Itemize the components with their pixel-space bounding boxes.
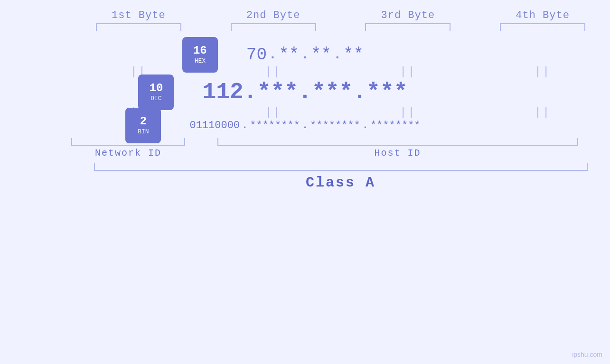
hex-val-4: ** (343, 45, 364, 65)
bracket-top-3 (365, 23, 450, 31)
dec-col-1: 112. (202, 79, 257, 105)
dec-badge: 10 DEC (138, 75, 174, 110)
main-container: 1st Byte 2nd Byte 3rd Byte 4th Byte 16 H… (0, 0, 610, 364)
eq-cell-6: || (206, 106, 341, 119)
dec-val-4: *** (366, 79, 407, 105)
dec-badge-label: DEC (150, 95, 161, 102)
bin-col-1: 01110000 (189, 120, 240, 131)
bracket-cell-2 (206, 23, 341, 31)
byte-label-3: 3rd Byte (341, 9, 476, 21)
bin-val-4: ******** (370, 120, 421, 131)
eq-cell-4: || (475, 65, 610, 78)
eq-sign-7: || (400, 106, 416, 119)
bin-col-3: ******** (310, 120, 360, 131)
bin-badge-label: BIN (138, 128, 149, 135)
byte-label-1: 1st Byte (71, 9, 206, 21)
hex-badge-num: 16 (193, 45, 207, 56)
hex-val-1: 70 (246, 45, 267, 65)
bin-badge-num: 2 (140, 116, 147, 127)
dec-val-2: ***. (257, 79, 312, 105)
bracket-cell-4 (475, 23, 610, 31)
hex-badge: 16 HEX (182, 37, 218, 73)
eq-sign-6: || (265, 106, 282, 119)
bin-col-4: ******** (370, 120, 421, 131)
hex-badge-label: HEX (195, 57, 206, 65)
hex-col-3: ** (311, 45, 331, 65)
bin-row: 2 BIN 01110000 . ******** . ******** . *… (189, 120, 420, 131)
bin-col-2: ******** (250, 120, 300, 131)
hex-row: 16 HEX 70 . ** . ** . ** (246, 45, 364, 65)
bin-val-1: 01110000 (189, 120, 240, 131)
byte-labels-row: 1st Byte 2nd Byte 3rd Byte 4th Byte (0, 9, 610, 21)
bracket-top-2 (231, 23, 316, 31)
host-id-bracket (217, 138, 578, 146)
hex-dot-2: . (301, 48, 309, 62)
host-id-label: Host ID (374, 148, 421, 159)
eq-cell-7: || (341, 106, 476, 119)
hex-val-3: ** (311, 45, 331, 65)
bin-badge: 2 BIN (125, 108, 161, 143)
bottom-section: Network ID Host ID (0, 138, 610, 159)
class-bracket (94, 163, 588, 171)
dec-badge-num: 10 (150, 83, 163, 94)
equals-row-1: || || || || (0, 65, 610, 78)
byte-label-4: 4th Byte (475, 9, 610, 21)
byte-label-2: 2nd Byte (206, 9, 341, 21)
hex-val-2: ** (279, 45, 299, 65)
eq-cell-8: || (475, 106, 610, 119)
dec-val-3: ***. (312, 79, 366, 105)
eq-cell-3: || (341, 65, 476, 78)
equals-row-2: || || || || (0, 106, 610, 119)
bin-val-3: ******** (310, 120, 360, 131)
bracket-cell-1 (71, 23, 206, 31)
dec-col-2: ***. (257, 79, 312, 105)
class-section: Class A (0, 163, 610, 191)
bin-dot-2: . (302, 121, 308, 131)
dec-val-1: 112. (202, 79, 257, 105)
class-label: Class A (306, 175, 375, 191)
bracket-cell-3 (341, 23, 476, 31)
hex-dot-1: . (269, 48, 277, 62)
hex-col-4: ** (343, 45, 364, 65)
eq-sign-2: || (265, 65, 282, 78)
bracket-top-1 (96, 23, 181, 31)
eq-cell-2: || (206, 65, 341, 78)
eq-sign-3: || (400, 65, 416, 78)
hex-dot-3: . (333, 48, 341, 62)
bracket-top-4 (500, 23, 585, 31)
eq-sign-4: || (535, 65, 551, 78)
host-id-section: Host ID (185, 138, 610, 159)
hex-col-2: ** (279, 45, 299, 65)
dec-col-3: ***. (312, 79, 366, 105)
watermark: ipshu.com (572, 351, 602, 358)
hex-col-1: 70 (246, 45, 267, 65)
dec-col-4: *** (366, 79, 407, 105)
eq-sign-8: || (535, 106, 551, 119)
top-brackets-row (0, 23, 610, 31)
bin-dot-3: . (362, 121, 368, 131)
dec-row: 10 DEC 112. ***. ***. *** (202, 79, 407, 105)
bin-dot-1: . (242, 121, 248, 131)
network-id-label: Network ID (95, 148, 161, 159)
bin-val-2: ******** (250, 120, 300, 131)
